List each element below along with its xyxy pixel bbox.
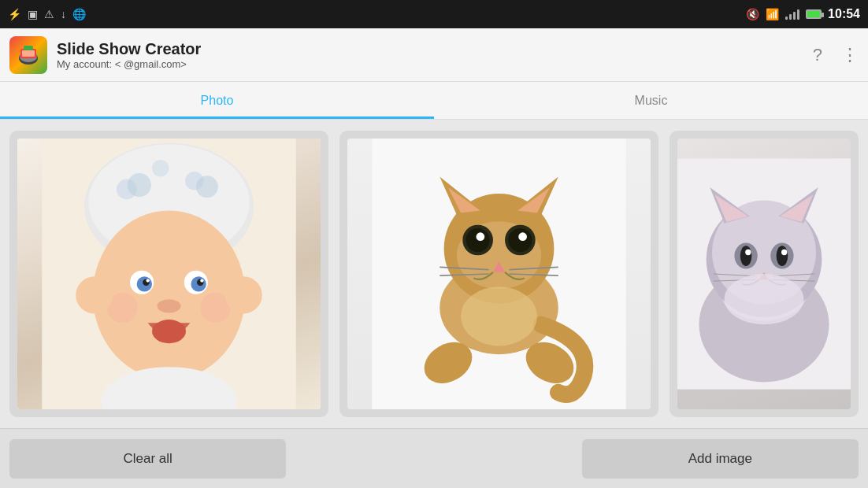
svg-rect-4 xyxy=(24,46,33,50)
photo-card-kitten[interactable] xyxy=(339,131,658,417)
svg-point-22 xyxy=(157,299,180,312)
battery-icon xyxy=(806,9,822,19)
sd-card-icon: ▣ xyxy=(28,8,38,20)
svg-point-9 xyxy=(128,173,151,197)
svg-point-71 xyxy=(725,274,804,324)
svg-point-65 xyxy=(781,250,787,255)
photo-inner-graycat xyxy=(677,139,851,409)
svg-point-21 xyxy=(200,279,203,282)
tab-music[interactable]: Music xyxy=(434,82,868,119)
globe-icon: 🌐 xyxy=(72,8,86,20)
app-title: Slide Show Creator xyxy=(57,40,813,58)
tab-photo[interactable]: Photo xyxy=(0,82,434,119)
app-account: My account: < @gmail.com> xyxy=(57,58,813,70)
svg-point-20 xyxy=(146,279,149,282)
account-email: @gmail.com> xyxy=(124,58,187,70)
usb-icon: ⚡ xyxy=(8,8,21,20)
photo-card-graycat[interactable] xyxy=(670,131,859,417)
photo-card-baby[interactable] xyxy=(9,131,328,417)
signal-bars xyxy=(785,9,799,20)
graycat-image xyxy=(677,139,851,409)
app-logo xyxy=(9,36,47,74)
mute-icon: 🔇 xyxy=(746,8,759,20)
clear-all-button[interactable]: Clear all xyxy=(9,439,286,479)
app-header: Slide Show Creator My account: < @gmail.… xyxy=(0,28,868,82)
kitten-image xyxy=(347,139,651,409)
status-right-icons: 🔇 📶 10:54 xyxy=(746,7,860,21)
add-image-button[interactable]: Add image xyxy=(582,439,859,479)
wifi-icon: 📶 xyxy=(766,8,779,20)
baby-image xyxy=(17,139,321,409)
svg-point-26 xyxy=(76,276,113,313)
app-title-group: Slide Show Creator My account: < @gmail.… xyxy=(57,40,813,70)
status-time: 10:54 xyxy=(828,7,860,21)
app-logo-shape xyxy=(9,36,47,74)
tab-bar: Photo Music xyxy=(0,82,868,120)
svg-point-50 xyxy=(461,287,537,346)
svg-point-27 xyxy=(224,276,262,313)
svg-point-12 xyxy=(152,160,169,177)
svg-point-62 xyxy=(740,246,752,266)
svg-point-42 xyxy=(518,232,527,241)
account-label: My account: < xyxy=(57,58,121,70)
photo-inner-baby xyxy=(17,139,321,409)
photo-inner-kitten xyxy=(347,139,651,409)
svg-point-11 xyxy=(196,176,218,198)
help-button[interactable]: ? xyxy=(813,45,822,65)
header-actions: ? ⋮ xyxy=(813,45,859,65)
svg-rect-3 xyxy=(22,50,35,57)
svg-point-63 xyxy=(777,246,788,266)
menu-button[interactable]: ⋮ xyxy=(841,45,859,65)
download-icon: ↓ xyxy=(61,8,66,20)
status-left-icons: ⚡ ▣ ⚠ ↓ 🌐 xyxy=(8,8,86,20)
main-content xyxy=(0,120,868,428)
status-bar: ⚡ ▣ ⚠ ↓ 🌐 🔇 📶 10:54 xyxy=(0,0,868,28)
svg-point-41 xyxy=(476,232,484,241)
svg-point-23 xyxy=(152,320,186,343)
warning-icon: ⚠ xyxy=(44,8,54,20)
svg-point-64 xyxy=(745,250,751,255)
bottom-bar: Clear all Add image xyxy=(0,428,868,488)
